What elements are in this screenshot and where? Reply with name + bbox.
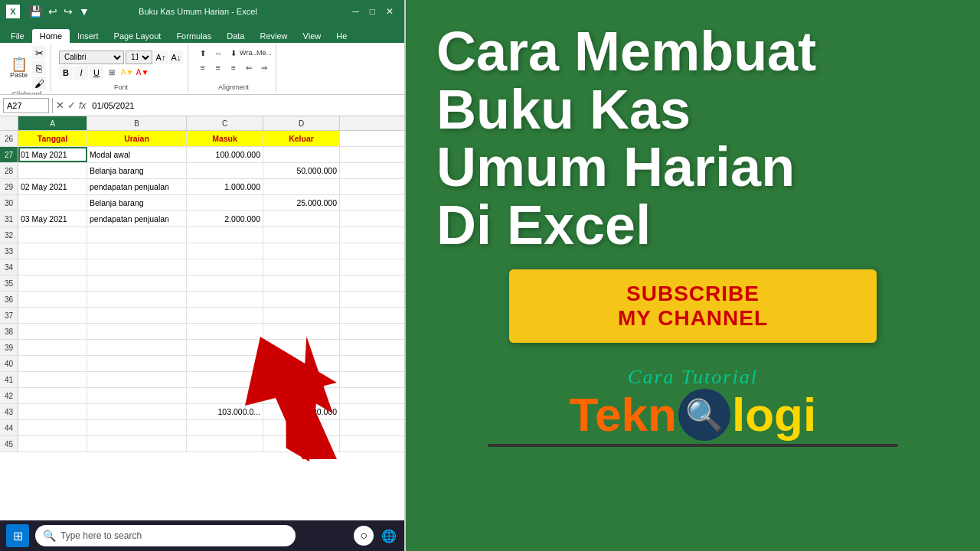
cell[interactable] — [187, 356, 263, 371]
undo-icon[interactable]: ↩ — [47, 5, 59, 18]
align-right-button[interactable]: ≡ — [227, 60, 240, 74]
cell[interactable] — [87, 404, 187, 419]
italic-button[interactable]: I — [74, 66, 88, 80]
cell[interactable] — [87, 388, 187, 403]
cell[interactable] — [263, 308, 340, 323]
cut-button[interactable]: ✂ — [32, 46, 46, 60]
cell[interactable]: Masuk — [187, 131, 263, 146]
cell[interactable]: 2.000.000 — [187, 211, 263, 227]
cell[interactable] — [87, 276, 187, 291]
increase-font-button[interactable]: A↑ — [154, 51, 168, 64]
font-size-select[interactable]: 11 — [126, 51, 152, 64]
cell[interactable] — [187, 308, 263, 323]
cell[interactable] — [87, 259, 187, 275]
cell[interactable] — [263, 372, 340, 387]
cell[interactable] — [87, 340, 187, 355]
cell[interactable]: pendapatan penjualan — [87, 179, 187, 194]
cell[interactable] — [263, 436, 340, 452]
cell[interactable] — [263, 388, 340, 403]
cell[interactable]: Belanja barang — [87, 163, 187, 178]
cell[interactable] — [18, 324, 87, 339]
cell[interactable]: 02 May 2021 — [18, 179, 87, 194]
copy-button[interactable]: ⎘ — [32, 61, 46, 75]
tab-formulas[interactable]: Formulas — [168, 29, 219, 43]
cell[interactable] — [187, 436, 263, 452]
cell[interactable] — [263, 356, 340, 371]
cell[interactable] — [18, 163, 87, 178]
cell[interactable] — [87, 308, 187, 323]
cell[interactable]: 1.000.000 — [187, 179, 263, 194]
cell[interactable] — [87, 243, 187, 259]
cell[interactable]: pendapatan penjualan — [87, 211, 187, 227]
cell[interactable] — [87, 324, 187, 339]
cell[interactable] — [187, 372, 263, 387]
cell[interactable] — [263, 292, 340, 307]
align-middle-button[interactable]: ↔ — [211, 46, 225, 60]
paste-button[interactable]: 📋 Paste — [8, 56, 30, 80]
cell[interactable] — [87, 292, 187, 307]
cell[interactable] — [187, 276, 263, 291]
cell[interactable] — [187, 259, 263, 275]
tab-file[interactable]: File — [3, 29, 32, 43]
tab-home[interactable]: Home — [32, 29, 70, 43]
wrap-text-button[interactable]: Wra... — [242, 46, 256, 60]
decrease-font-button[interactable]: A↓ — [169, 51, 183, 64]
close-button[interactable]: ✕ — [381, 6, 398, 17]
format-painter-button[interactable]: 🖌 — [32, 77, 46, 90]
confirm-formula-icon[interactable]: ✓ — [67, 99, 76, 111]
cell[interactable] — [18, 340, 87, 355]
cell[interactable] — [18, 227, 87, 243]
cell[interactable] — [18, 276, 87, 291]
cell[interactable] — [18, 195, 87, 210]
decrease-indent-button[interactable]: ⇐ — [242, 60, 256, 74]
cell[interactable] — [263, 259, 340, 275]
cell[interactable] — [263, 227, 340, 243]
cell[interactable]: 100.000.000 — [187, 147, 263, 162]
align-top-button[interactable]: ⬆ — [196, 46, 210, 60]
cell[interactable]: 03 May 2021 — [18, 211, 87, 227]
tab-review[interactable]: Review — [252, 29, 295, 43]
align-left-button[interactable]: ≡ — [196, 60, 210, 74]
cell[interactable] — [263, 147, 340, 162]
underline-button[interactable]: U — [90, 66, 103, 80]
tab-help[interactable]: He — [328, 29, 354, 43]
col-header-d[interactable]: D — [263, 116, 340, 130]
cell[interactable] — [87, 420, 187, 435]
cell[interactable]: 01 May 2021 — [18, 147, 87, 162]
subscribe-button[interactable]: SUBSCRIBE MY CHANNEL — [509, 269, 877, 343]
cell[interactable]: 103.000.0... — [187, 404, 263, 419]
cell[interactable]: 75.000.000 — [263, 404, 340, 419]
cell[interactable] — [263, 243, 340, 259]
cell[interactable] — [187, 163, 263, 178]
cell[interactable] — [263, 211, 340, 227]
cell[interactable]: 25.000.000 — [263, 195, 340, 210]
cell[interactable]: Belanja barang — [87, 195, 187, 210]
cell[interactable] — [18, 436, 87, 452]
redo-icon[interactable]: ↪ — [62, 5, 74, 18]
cell[interactable] — [18, 372, 87, 387]
col-header-a[interactable]: A — [18, 116, 87, 130]
cell[interactable] — [187, 195, 263, 210]
bold-button[interactable]: B — [59, 66, 73, 80]
cell[interactable] — [18, 356, 87, 371]
cell[interactable]: 50.000.000 — [263, 163, 340, 178]
col-header-b[interactable]: B — [87, 116, 187, 130]
cell[interactable] — [187, 227, 263, 243]
cell[interactable] — [87, 436, 187, 452]
cell[interactable] — [18, 420, 87, 435]
customize-qat-icon[interactable]: ▼ — [77, 5, 91, 18]
cell[interactable] — [18, 259, 87, 275]
cell[interactable] — [87, 356, 187, 371]
cell[interactable] — [18, 388, 87, 403]
tab-page-layout[interactable]: Page Layout — [106, 29, 169, 43]
cell[interactable] — [18, 404, 87, 419]
maximize-button[interactable]: □ — [365, 6, 380, 17]
cancel-formula-icon[interactable]: ✕ — [56, 99, 64, 111]
cell[interactable]: Keluar — [263, 131, 340, 146]
cortana-icon[interactable]: ○ — [354, 526, 374, 546]
taskbar-search-box[interactable]: 🔍 Type here to search — [35, 525, 296, 546]
cell[interactable] — [187, 420, 263, 435]
cell[interactable] — [187, 340, 263, 355]
cell[interactable] — [263, 420, 340, 435]
align-bottom-button[interactable]: ⬇ — [227, 46, 240, 60]
